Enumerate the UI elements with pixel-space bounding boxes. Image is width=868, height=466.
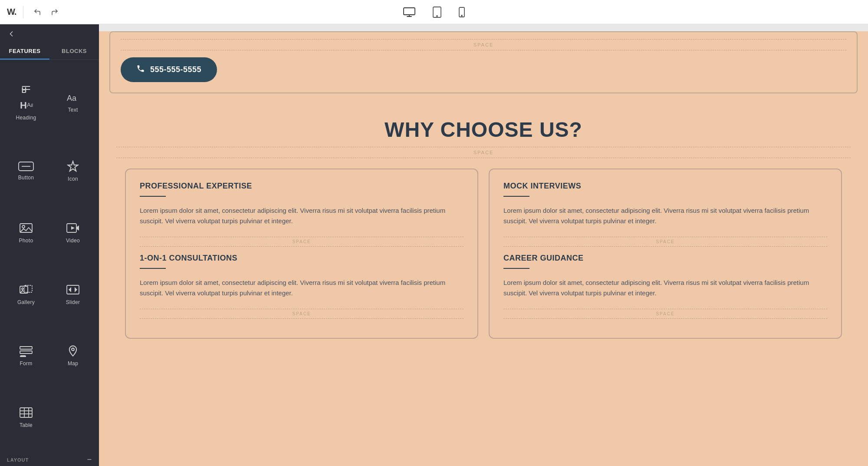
layout-label: LAYOUT [7, 457, 29, 463]
svg-point-20 [22, 288, 23, 290]
video-label: Video [66, 238, 80, 244]
svg-marker-23 [75, 287, 77, 292]
button-label: Button [18, 175, 34, 181]
sidebar-item-gallery[interactable]: Gallery [3, 264, 49, 324]
sidebar-item-button[interactable]: Button [3, 141, 49, 201]
slider-icon [66, 284, 80, 296]
table-label: Table [20, 422, 33, 428]
heading-label: Heading [16, 115, 36, 121]
text-icon: Aa [66, 91, 80, 103]
svg-text:H: H [20, 100, 27, 111]
svg-rect-0 [404, 8, 415, 15]
card-1-divider-2 [140, 268, 166, 269]
form-icon [19, 345, 33, 357]
sidebar-item-form[interactable]: Form [3, 325, 49, 385]
card-1-space-2: SPACE [140, 309, 464, 319]
svg-marker-22 [69, 287, 71, 292]
card-1-space-1: SPACE [140, 237, 464, 247]
tab-features[interactable]: FEATURES [0, 43, 49, 59]
layout-collapse-button[interactable]: − [87, 455, 92, 464]
canvas: SPACE 555-555-5555 WHY CHOOSE US? SPACE [99, 24, 868, 466]
tablet-view-button[interactable] [429, 5, 445, 20]
button-icon [18, 162, 34, 171]
gallery-label: Gallery [17, 299, 35, 305]
heading-icon: H [20, 83, 32, 96]
svg-rect-26 [20, 355, 26, 357]
svg-text:Aa: Aa [27, 102, 33, 108]
svg-point-14 [22, 225, 25, 228]
why-section: WHY CHOOSE US? SPACE PROFESSIONAL EXPERT… [99, 100, 868, 347]
card-1-text-1: Lorem ipsum dolor sit amet, consectetur … [140, 205, 464, 226]
card-2: MOCK INTERVIEWS Lorem ipsum dolor sit am… [489, 169, 842, 339]
redo-button[interactable] [48, 5, 62, 19]
slider-label: Slider [66, 299, 80, 305]
svg-point-4 [437, 16, 437, 17]
card-1-divider-1 [140, 196, 166, 197]
map-icon [67, 345, 79, 357]
main-layout: FEATURES BLOCKS H H Aa Heading Aa [0, 24, 868, 466]
sidebar-item-heading[interactable]: H H Aa Heading [3, 63, 49, 139]
sidebar-item-slider[interactable]: Slider [50, 264, 95, 324]
svg-rect-25 [20, 351, 32, 354]
app-logo: W. [7, 7, 16, 17]
map-label: Map [68, 360, 78, 367]
tab-blocks[interactable]: BLOCKS [49, 43, 99, 59]
photo-icon [19, 222, 33, 234]
svg-text:H: H [22, 86, 27, 94]
why-title: WHY CHOOSE US? [116, 118, 851, 142]
sidebar-item-video[interactable]: Video [50, 202, 95, 262]
sidebar-item-photo[interactable]: Photo [3, 202, 49, 262]
undo-button[interactable] [30, 5, 44, 19]
phone-section-container: SPACE 555-555-5555 [109, 31, 858, 93]
svg-point-27 [72, 348, 74, 351]
undo-redo-group [30, 5, 62, 19]
card-2-text-2: Lorem ipsum dolor sit amet, consectetur … [503, 278, 827, 298]
device-switcher [400, 5, 468, 20]
card-1: PROFESSIONAL EXPERTISE Lorem ipsum dolor… [125, 169, 478, 339]
icon-label: Icon [68, 176, 78, 182]
canvas-inner: SPACE 555-555-5555 WHY CHOOSE US? SPACE [99, 31, 868, 466]
card-2-text-1: Lorem ipsum dolor sit amet, consectetur … [503, 205, 827, 226]
sidebar-item-map[interactable]: Map [50, 325, 95, 385]
video-icon [66, 222, 80, 234]
photo-label: Photo [19, 238, 33, 244]
top-bar-divider [23, 6, 23, 18]
top-space-label: SPACE [121, 39, 846, 50]
sidebar: FEATURES BLOCKS H H Aa Heading Aa [0, 24, 99, 466]
svg-marker-17 [71, 226, 75, 230]
card-2-title-2: CAREER GUIDANCE [503, 254, 827, 263]
heading-icon: H Aa [19, 99, 33, 111]
top-bar: W. [0, 0, 868, 24]
cards-row: PROFESSIONAL EXPERTISE Lorem ipsum dolor… [116, 169, 851, 339]
sidebar-item-text[interactable]: Aa Text [50, 63, 95, 139]
gallery-icon [19, 284, 33, 296]
card-1-title-1: PROFESSIONAL EXPERTISE [140, 182, 464, 191]
svg-rect-28 [20, 408, 32, 417]
svg-text:Aa: Aa [67, 94, 77, 102]
icon-icon [67, 160, 79, 172]
text-label: Text [68, 107, 78, 113]
sidebar-item-icon[interactable]: Icon [50, 141, 95, 201]
card-2-divider-2 [503, 268, 529, 269]
phone-button[interactable]: 555-555-5555 [121, 57, 217, 82]
svg-point-6 [461, 15, 462, 16]
table-icon [19, 407, 33, 419]
svg-rect-24 [20, 347, 32, 349]
card-1-title-2: 1-ON-1 CONSULTATIONS [140, 254, 464, 263]
why-space-label: SPACE [116, 147, 851, 158]
form-label: Form [20, 360, 32, 367]
card-2-space-1: SPACE [503, 237, 827, 247]
card-2-space-2: SPACE [503, 309, 827, 319]
mobile-view-button[interactable] [455, 5, 468, 19]
sidebar-features-grid: H H Aa Heading Aa Text [0, 60, 99, 450]
card-2-divider-1 [503, 196, 529, 197]
card-2-title-1: MOCK INTERVIEWS [503, 182, 827, 191]
desktop-view-button[interactable] [400, 6, 419, 19]
sidebar-back-button[interactable] [0, 24, 99, 43]
phone-icon [136, 64, 145, 75]
phone-number: 555-555-5555 [150, 65, 201, 74]
sidebar-item-table[interactable]: Table [3, 387, 49, 446]
layout-section-header: LAYOUT − [0, 450, 99, 466]
sidebar-tabs: FEATURES BLOCKS [0, 43, 99, 60]
card-1-text-2: Lorem ipsum dolor sit amet, consectetur … [140, 278, 464, 298]
